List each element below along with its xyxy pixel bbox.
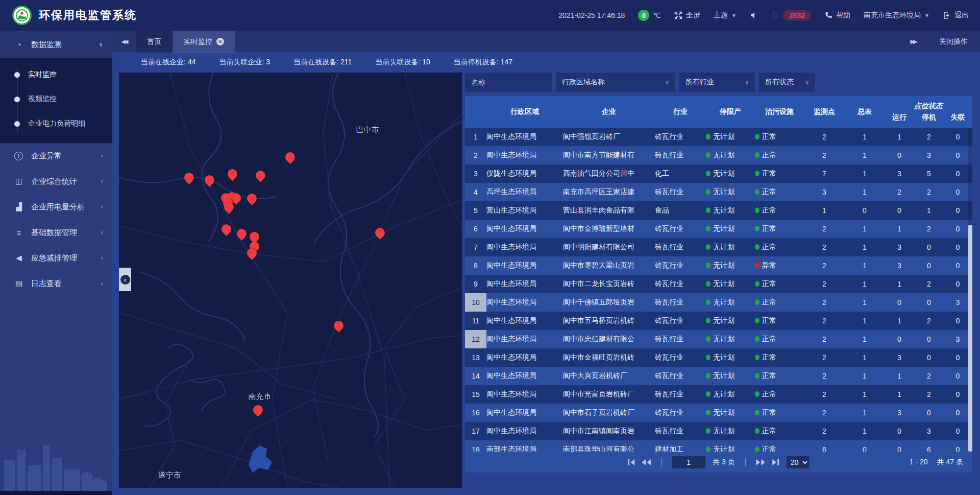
col-run: 运行 [885, 113, 914, 122]
cell-run: 1 [885, 390, 914, 398]
cell-points: 2 [804, 409, 845, 417]
chevron-down-icon: ∨ [805, 79, 809, 86]
sidebar-item-log-view[interactable]: ▤日志查看‹ [0, 271, 112, 296]
cell-stop-label: 无计划 [713, 390, 734, 398]
cell-facility: 正常 [755, 279, 804, 289]
sidebar-item-enterprise-statistics[interactable]: ◫企业综合统计‹ [0, 169, 112, 194]
theme-dropdown[interactable]: 主题▼ [714, 11, 737, 20]
sidebar-item-power-usage-analysis[interactable]: ▟企业用电量分析‹ [0, 194, 112, 220]
table-row[interactable]: 7阆中生态环境局阆中明阳建材有限公司砖瓦行业无计划正常21300 [465, 238, 972, 256]
table-row[interactable]: 6阆中生态环境局阆中市金博瑞新型墙材砖瓦行业无计划正常21120 [465, 220, 972, 238]
table-row[interactable]: 9阆中生态环境局阆中市二龙长宝页岩砖砖瓦行业无计划正常21120 [465, 275, 972, 293]
map-panel[interactable]: 巴中市南充市遂宁市 ‹ [119, 73, 462, 488]
logout-button[interactable]: 退出 [943, 11, 969, 20]
tab-scroll-left-icon[interactable]: ◀◀ [112, 38, 136, 45]
table-scrollbar[interactable] [968, 128, 972, 452]
cell-meter: 1 [845, 390, 885, 398]
name-filter-input[interactable] [465, 73, 552, 92]
cell-stop: 无计划 [706, 132, 755, 142]
sidebar-item-video-monitoring[interactable]: 视频监控 [0, 87, 112, 111]
table-row[interactable]: 18南部生态环境局南部县珠华山河有限公建材加工无计划正常60060 [465, 440, 972, 452]
cell-run: 3 [885, 170, 914, 178]
close-operations-button[interactable]: 关闭操作 [939, 37, 968, 46]
tab-home[interactable]: 首页 [136, 31, 173, 53]
table-row[interactable]: 10阆中生态环境局阆中千佛镇五郎垭页岩砖瓦行业无计划正常21003 [465, 293, 972, 312]
sidebar-section-enterprise-statistics: ◫企业综合统计‹ [0, 169, 112, 194]
cell-down: 1 [914, 206, 944, 215]
cell-points: 2 [804, 353, 845, 362]
sidebar-item-realtime-monitoring[interactable]: 实时监控 [0, 62, 112, 87]
cell-facility: 正常 [755, 151, 804, 160]
next-page-button[interactable] [756, 459, 765, 465]
table-row[interactable]: 8阆中生态环境局阆中市枣碧大梁山页岩砖瓦行业无计划异常21300 [465, 256, 972, 275]
cell-facility-label: 正常 [762, 169, 776, 177]
col-meter: 总表 [845, 107, 885, 116]
cell-stop: 无计划 [706, 316, 755, 325]
first-page-button[interactable] [628, 459, 634, 465]
industry-filter-select[interactable]: 所有行业 ∨ [679, 73, 755, 92]
table-row[interactable]: 12阆中生态环境局阆中市忠信建材有限公砖瓦行业无计划正常21003 [465, 330, 972, 348]
status-dot-green [706, 336, 710, 342]
status-item: 当前失联设备:10 [375, 58, 430, 67]
table-row[interactable]: 11阆中生态环境局阆中市五马桥页岩机砖砖瓦行业无计划正常21120 [465, 312, 972, 330]
cell-stop: 无计划 [706, 206, 755, 215]
table-row[interactable]: 3仪陇生态环境局西南油气田分公司川中化工无计划正常71350 [465, 164, 972, 183]
status-item: 当前停机设备:147 [454, 58, 512, 67]
help-button[interactable]: 帮助 [824, 11, 850, 20]
region-filter-select[interactable]: 行政区域名称 ∨ [556, 73, 675, 92]
status-item: 当前在线设备:211 [293, 58, 352, 67]
table-row[interactable]: 14阆中生态环境局阆中大兴页岩机砖厂砖瓦行业无计划正常21120 [465, 367, 972, 385]
sidebar-item-enterprise-abnormal[interactable]: !企业异常‹ [0, 143, 112, 169]
table-row[interactable]: 5营山生态环境局营山县润丰肉食品有限食品无计划正常10010 [465, 201, 972, 220]
cell-points: 7 [804, 170, 845, 178]
content-area: 巴中市南充市遂宁市 ‹ 行政区域名称 ∨ 所有行业 [112, 72, 980, 495]
page-size-select[interactable]: 20 [786, 456, 810, 469]
close-tab-icon[interactable]: ✕ [216, 38, 224, 45]
cell-lost: 0 [944, 151, 972, 159]
table-row[interactable]: 17阆中生态环境局阆中市江南镇阆南页岩砖瓦行业无计划正常21030 [465, 422, 972, 440]
sidebar-item-label: 日志查看 [31, 279, 101, 289]
status-dot-green [706, 207, 710, 213]
status-dot-green [706, 318, 710, 323]
sidebar-item-power-load-detail[interactable]: 企业电力负荷明细 [0, 111, 112, 136]
temperature-badge: 0 [638, 10, 649, 21]
cell-region: 阆中生态环境局 [486, 261, 563, 270]
cell-facility-label: 正常 [762, 224, 776, 232]
tab-scroll-right-icon[interactable]: ▶▶ [901, 38, 925, 45]
panel-collapse-toggle[interactable]: ‹ [119, 268, 131, 291]
cell-region: 阆中生态环境局 [486, 279, 563, 289]
table-row[interactable]: 2阆中生态环境局阆中市南方节能建材有砖瓦行业无计划正常21030 [465, 146, 972, 164]
org-dropdown[interactable]: 南充市生态环境局▼ [864, 11, 929, 20]
cell-facility: 正常 [755, 187, 804, 197]
table-row[interactable]: 13阆中生态环境局阆中市金福旺页岩机砖砖瓦行业无计划正常21300 [465, 348, 972, 367]
cell-lost: 3 [944, 298, 972, 307]
scrollbar-thumb[interactable] [968, 225, 972, 452]
chevron-left-icon: ‹ [101, 229, 103, 236]
prev-page-button[interactable] [642, 459, 651, 465]
cell-meter: 1 [845, 409, 885, 417]
table-row[interactable]: 15阆中生态环境局阆中市光富页岩机砖厂砖瓦行业无计划正常21120 [465, 385, 972, 404]
status-dot-green [706, 391, 710, 397]
cell-facility-label: 正常 [762, 316, 776, 324]
col-down: 停机 [914, 113, 944, 122]
table-row[interactable]: 16阆中生态环境局阆中市石子页岩机砖厂砖瓦行业无计划正常21300 [465, 404, 972, 422]
fullscreen-button[interactable]: 全屏 [674, 11, 700, 20]
sidebar-item-emergency-reduction[interactable]: ◀应急减排管理‹ [0, 245, 112, 271]
table-row[interactable]: 4高坪生态环境局南充市高坪区王家店建砖瓦行业无计划正常31220 [465, 183, 972, 201]
cell-company: 阆中明阳建材有限公司 [563, 243, 655, 252]
last-page-button[interactable] [772, 459, 779, 465]
notifications[interactable]: 2632 [771, 10, 811, 20]
status-filter-select[interactable]: 所有状态 ∨ [759, 73, 815, 92]
cell-index: 2 [465, 146, 486, 164]
cell-down: 0 [914, 262, 944, 270]
cell-stop-label: 无计划 [713, 169, 734, 177]
mute-button[interactable] [750, 11, 758, 19]
page-number-input[interactable] [672, 456, 705, 468]
chevron-down-icon: ▼ [924, 13, 929, 18]
cell-facility-label: 正常 [762, 132, 776, 140]
sidebar-item-data-monitoring[interactable]: ◔数据监测∨ [0, 31, 112, 58]
tab-realtime-monitoring[interactable]: 实时监控 ✕ [173, 31, 235, 53]
sidebar-item-basic-data-management[interactable]: ≡基础数据管理‹ [0, 220, 112, 245]
chevron-down-icon: ∨ [665, 79, 669, 86]
table-row[interactable]: 1阆中生态环境局阆中强锐页岩砖厂砖瓦行业无计划正常21120 [465, 128, 972, 146]
